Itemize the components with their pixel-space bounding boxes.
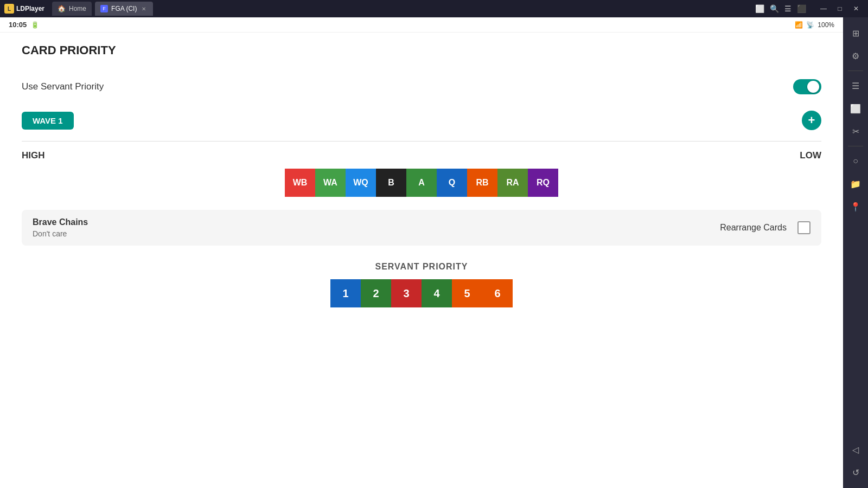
- card-Q[interactable]: Q: [437, 169, 467, 197]
- card-RB[interactable]: RB: [467, 169, 497, 197]
- sidebar-back-icon[interactable]: ◁: [845, 439, 866, 460]
- time-display: 10:05: [9, 21, 27, 29]
- app-logo[interactable]: L LDPlayer: [4, 4, 44, 14]
- servant-3[interactable]: 3: [391, 279, 422, 307]
- window-controls: — □ ✕: [816, 3, 864, 15]
- taskbar: L LDPlayer 🏠 Home F FGA (CI) ✕ ⬜ 🔍 ☰ ⬛ —…: [0, 0, 868, 17]
- servant-1[interactable]: 1: [330, 279, 361, 307]
- rearrange-checkbox[interactable]: [797, 221, 810, 234]
- wave-button[interactable]: WAVE 1: [22, 112, 74, 130]
- logo-icon: L: [4, 4, 14, 14]
- card-A[interactable]: A: [406, 169, 437, 197]
- servant-priority-title: SERVANT PRIORITY: [375, 262, 468, 272]
- servant-section: SERVANT PRIORITY 1 2 3 4 5 6: [22, 262, 821, 307]
- card-WA[interactable]: WA: [315, 169, 346, 197]
- tab-fga[interactable]: F FGA (CI) ✕: [95, 2, 153, 16]
- brave-chains-left: Brave Chains Don't care: [33, 217, 88, 238]
- servant-priority-label: Use Servant Priority: [22, 81, 104, 92]
- taskbar-icon-1[interactable]: ⬜: [755, 4, 764, 13]
- taskbar-icon-2[interactable]: 🔍: [770, 4, 779, 13]
- brave-chains-right: Rearrange Cards: [720, 221, 810, 234]
- sidebar-circle-icon[interactable]: ○: [845, 151, 866, 171]
- card-B[interactable]: B: [376, 169, 406, 197]
- signal-icon: 📡: [806, 21, 814, 29]
- sidebar-divider-1: [848, 70, 863, 71]
- brave-chains-title: Brave Chains: [33, 217, 88, 227]
- card-WB[interactable]: WB: [285, 169, 315, 197]
- servant-6[interactable]: 6: [482, 279, 513, 307]
- page-content: CARD PRIORITY Use Servant Priority WAVE …: [0, 33, 843, 318]
- servant-priority-toggle[interactable]: [793, 79, 821, 94]
- add-wave-button[interactable]: +: [802, 111, 821, 130]
- home-tab-label: Home: [69, 5, 86, 12]
- card-WQ[interactable]: WQ: [346, 169, 376, 197]
- servant-2[interactable]: 2: [361, 279, 391, 307]
- fga-tab-icon: F: [100, 5, 108, 12]
- status-bar: 10:05 🔋 📶 📡 100%: [0, 17, 843, 33]
- sidebar-menu-icon[interactable]: ☰: [845, 75, 866, 96]
- page-title: CARD PRIORITY: [22, 43, 821, 57]
- minimize-button[interactable]: —: [816, 3, 831, 15]
- divider: [22, 141, 821, 142]
- sidebar-scissors-icon[interactable]: ✂: [845, 121, 866, 142]
- wave-row: WAVE 1 +: [22, 105, 821, 136]
- toggle-knob: [807, 81, 819, 93]
- fga-tab-close[interactable]: ✕: [140, 5, 148, 12]
- tab-home[interactable]: 🏠 Home: [52, 2, 92, 16]
- battery-display: 100%: [818, 21, 834, 29]
- servant-priority-row: Use Servant Priority: [22, 74, 821, 100]
- sidebar-refresh-icon[interactable]: ↺: [845, 462, 866, 483]
- close-button[interactable]: ✕: [848, 3, 864, 15]
- card-RA[interactable]: RA: [497, 169, 528, 197]
- taskbar-icon-3[interactable]: ☰: [784, 4, 792, 13]
- wifi-icon: 📶: [795, 21, 803, 29]
- status-left: 10:05 🔋: [9, 21, 39, 29]
- sidebar-pin-icon[interactable]: 📍: [845, 196, 866, 217]
- servant-5[interactable]: 5: [452, 279, 482, 307]
- right-sidebar: ⊞ ⚙ ☰ ⬜ ✂ ○ 📁 📍 ◁ ↺: [843, 17, 868, 488]
- servant-4[interactable]: 4: [422, 279, 452, 307]
- status-right: 📶 📡 100%: [795, 21, 834, 29]
- sidebar-divider-2: [848, 146, 863, 146]
- priority-labels: HIGH LOW: [22, 150, 821, 161]
- main-layout: 10:05 🔋 📶 📡 100% CARD PRIORITY Use Serva…: [0, 17, 868, 488]
- status-icon: 🔋: [31, 21, 39, 29]
- sidebar-display-icon[interactable]: ⊞: [845, 23, 866, 43]
- brave-chains-subtitle: Don't care: [33, 229, 88, 238]
- low-label: LOW: [800, 150, 821, 161]
- high-label: HIGH: [22, 150, 45, 161]
- sidebar-folder-icon[interactable]: 📁: [845, 174, 866, 194]
- sidebar-screen-icon[interactable]: ⬜: [845, 98, 866, 119]
- card-row: WB WA WQ B A Q RB RA RQ: [22, 169, 821, 197]
- logo-label: LDPlayer: [16, 5, 44, 12]
- fga-tab-label: FGA (CI): [111, 5, 137, 12]
- rearrange-label: Rearrange Cards: [720, 223, 787, 233]
- servant-row: 1 2 3 4 5 6: [330, 279, 513, 307]
- maximize-button[interactable]: □: [832, 3, 847, 15]
- taskbar-icon-4[interactable]: ⬛: [797, 4, 806, 13]
- sidebar-settings-icon[interactable]: ⚙: [845, 46, 866, 66]
- brave-chains-row: Brave Chains Don't care Rearrange Cards: [22, 210, 821, 246]
- taskbar-right: ⬜ 🔍 ☰ ⬛ — □ ✕: [755, 3, 864, 15]
- home-tab-icon: 🏠: [58, 5, 66, 12]
- content-area: 10:05 🔋 📶 📡 100% CARD PRIORITY Use Serva…: [0, 17, 843, 488]
- card-RQ[interactable]: RQ: [528, 169, 558, 197]
